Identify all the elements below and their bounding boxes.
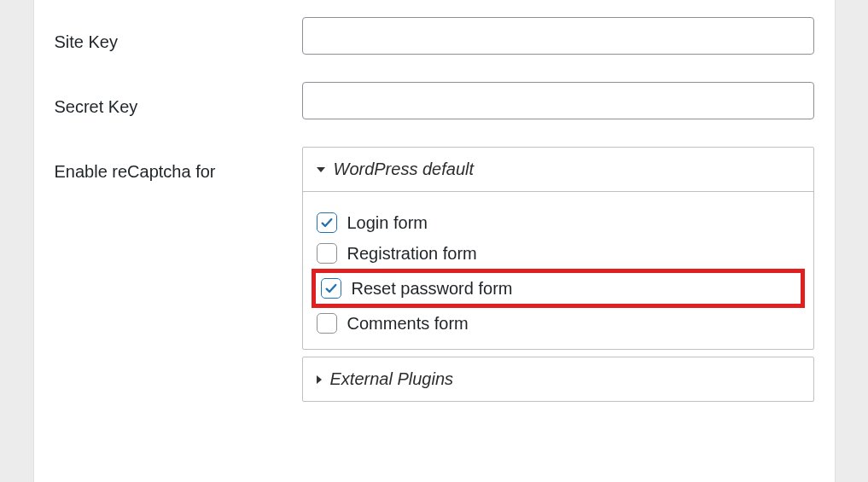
- settings-panel: Site Key Secret Key Enable reCaptcha for…: [33, 0, 836, 482]
- option-row-0: Login form: [317, 207, 800, 238]
- caret-right-icon: [317, 375, 322, 384]
- option-row-3: Comments form: [317, 308, 800, 339]
- option-checkbox-2[interactable]: [321, 278, 341, 299]
- enable-recaptcha-label: Enable reCaptcha for: [55, 147, 302, 182]
- option-label-1: Registration form: [347, 244, 477, 264]
- caret-down-icon: [317, 167, 325, 172]
- option-row-2: Reset password form: [312, 269, 805, 308]
- option-label-0: Login form: [347, 213, 428, 233]
- site-key-input[interactable]: [302, 17, 814, 55]
- secret-key-input[interactable]: [302, 82, 814, 119]
- option-checkbox-1[interactable]: [317, 243, 337, 264]
- site-key-label: Site Key: [55, 17, 302, 52]
- option-checkbox-3[interactable]: [317, 313, 337, 334]
- wp-default-title: WordPress default: [334, 160, 475, 179]
- wp-default-header[interactable]: WordPress default: [303, 148, 813, 191]
- external-plugins-title: External Plugins: [330, 369, 454, 389]
- enable-recaptcha-row: Enable reCaptcha for WordPress default L…: [55, 147, 814, 402]
- secret-key-label: Secret Key: [55, 82, 302, 117]
- option-row-1: Registration form: [317, 238, 800, 269]
- external-plugins-header[interactable]: External Plugins: [302, 357, 814, 402]
- option-label-3: Comments form: [347, 314, 469, 334]
- secret-key-row: Secret Key: [55, 82, 814, 119]
- site-key-row: Site Key: [55, 17, 814, 55]
- wp-default-section: WordPress default Login formRegistration…: [302, 147, 814, 350]
- option-checkbox-0[interactable]: [317, 212, 337, 233]
- option-label-2: Reset password form: [352, 279, 513, 299]
- wp-default-body: Login formRegistration formReset passwor…: [303, 191, 813, 349]
